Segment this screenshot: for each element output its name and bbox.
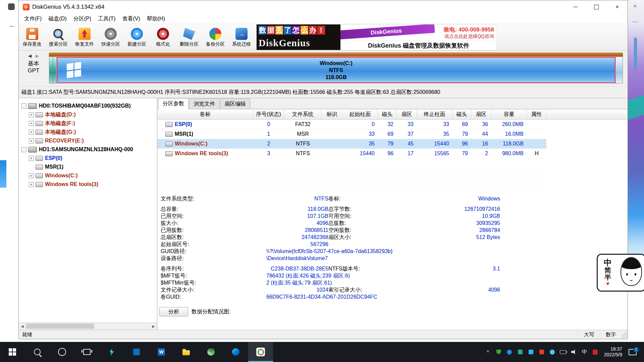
tray-chevron-icon[interactable]: ^ — [483, 349, 493, 356]
toolbar-new-button[interactable]: 新建分区 — [125, 25, 148, 50]
tab-1[interactable]: 浏览文件 — [189, 99, 219, 109]
tree-item[interactable]: -HD0:TOSHIBAMQ04ABF100(932GB) — [19, 102, 157, 110]
table-row[interactable]: Windows(C:)2NTFS357945154409616118.0GB — [157, 139, 546, 149]
tree-item[interactable]: +Windows(C:) — [19, 171, 157, 180]
background-close-icon[interactable]: × — [633, 3, 637, 10]
expand-icon[interactable]: + — [29, 173, 34, 178]
column-header[interactable]: 起始柱面 — [342, 109, 378, 119]
tray-sq-teal-icon[interactable] — [515, 349, 526, 356]
tree-item[interactable]: +本地磁盘(G:) — [19, 128, 157, 136]
tray-battery-icon[interactable] — [558, 349, 569, 356]
column-header[interactable]: 标识 — [322, 109, 342, 119]
column-header[interactable]: 容量 — [491, 109, 527, 119]
column-header[interactable]: 终止柱面 — [417, 109, 452, 119]
menu-item-3[interactable]: 工具(T) — [95, 15, 119, 22]
tree-item[interactable]: +Windows RE tools(3) — [19, 180, 157, 189]
taskbar-browser-button[interactable] — [199, 342, 223, 362]
partition-block-windows-c[interactable]: Windows(C:) NTFS 118.0GB — [57, 57, 615, 83]
tab-2[interactable]: 扇区编辑 — [220, 99, 250, 109]
expand-icon[interactable]: + — [29, 138, 34, 143]
column-header[interactable]: 磁头 — [378, 109, 397, 119]
overflow-menu-icon[interactable]: ⋯ — [632, 18, 638, 25]
partition-block-esp[interactable] — [49, 57, 53, 83]
scroll-right-icon[interactable]: ▶ — [150, 324, 157, 328]
column-header[interactable]: 扇区 — [471, 109, 491, 119]
taskbar-edge-button[interactable] — [223, 342, 248, 362]
partition-block-re-tools[interactable] — [615, 57, 623, 83]
close-button[interactable]: × — [607, 0, 628, 14]
tree-item[interactable]: +本地磁盘(F:) — [19, 119, 157, 128]
action-center-button[interactable]: 2 — [626, 349, 640, 355]
expand-icon[interactable]: + — [29, 130, 34, 135]
toolbar-save-button[interactable]: 保存更改 — [21, 25, 44, 50]
toolbar-migrate-button[interactable]: 系统迁移 — [230, 25, 253, 50]
column-header[interactable]: 序号(状态) — [253, 109, 284, 119]
tree-item[interactable]: +ESP(0) — [19, 154, 157, 163]
browser-back-icon[interactable]: ← — [9, 21, 16, 29]
tray-shield-icon[interactable] — [493, 349, 504, 356]
menu-item-2[interactable]: 分区(P) — [70, 15, 95, 22]
column-header[interactable]: 属性 — [527, 109, 546, 119]
expand-icon[interactable]: + — [29, 121, 34, 126]
prev-disk-icon[interactable]: ◀ — [28, 53, 32, 58]
tree-horizontal-scrollbar[interactable]: ◀ ▶ — [19, 322, 157, 330]
taskbar-diskgenius-button[interactable] — [248, 342, 273, 362]
taskbar-start-button[interactable] — [0, 342, 25, 362]
taskbar-word-button[interactable] — [149, 342, 174, 362]
toolbar-quick-button[interactable]: 快速分区 — [99, 25, 122, 50]
taskbar-explorer-button[interactable] — [174, 342, 199, 362]
tree-item[interactable]: MSR(1) — [19, 163, 157, 171]
background-scrollbar-thumb[interactable] — [634, 38, 637, 70]
tray-circle-sky-icon[interactable] — [547, 349, 558, 356]
partition-block-msr[interactable] — [53, 57, 57, 83]
resize-grip[interactable] — [622, 330, 628, 339]
column-header[interactable]: 文件系统 — [284, 109, 322, 119]
ad-qq-link[interactable]: 或点击此处选择QQ咨询 — [444, 34, 494, 40]
menu-item-4[interactable]: 查看(V) — [119, 15, 143, 22]
toolbar-search-button[interactable]: 搜索分区 — [47, 25, 70, 50]
tab-0[interactable]: 分区参数 — [158, 98, 189, 109]
column-header[interactable]: 扇区 — [397, 109, 417, 119]
table-cell: 16 — [471, 139, 491, 148]
menu-item-0[interactable]: 文件(F) — [21, 15, 45, 22]
table-row[interactable]: ESP(0)0FAT3203233336936260.0MB — [157, 120, 546, 129]
expand-icon[interactable]: + — [29, 156, 34, 161]
taskbar-taskview-button[interactable] — [74, 342, 99, 362]
scrollbar-track[interactable] — [26, 323, 150, 330]
toolbar-format-button[interactable]: 格式化 — [152, 25, 174, 50]
collapse-icon[interactable]: - — [21, 147, 26, 152]
collapse-icon[interactable]: - — [21, 104, 26, 109]
tree-item[interactable]: -HD1:SAMSUNGMZNLN128HAHQ-000 — [19, 145, 157, 154]
tray-circle-blue-icon[interactable] — [504, 349, 515, 356]
menu-item-1[interactable]: 磁盘(D) — [45, 15, 70, 22]
taskbar-store-button[interactable] — [124, 342, 149, 362]
maximize-button[interactable] — [586, 0, 607, 14]
column-header[interactable]: 卷标 — [157, 109, 253, 119]
menu-item-5[interactable]: 帮助(H) — [144, 15, 168, 22]
ad-banner[interactable]: 数据丢了怎么办！ DiskGenius DiskGenius 致电: 400-0… — [256, 24, 497, 50]
expand-icon[interactable]: + — [29, 112, 34, 117]
tray-sq-sky-icon[interactable] — [526, 349, 536, 356]
scrollbar-thumb[interactable] — [26, 323, 94, 329]
toolbar-backup-button[interactable]: 备份分区 — [204, 25, 227, 50]
minimize-button[interactable]: ─ — [565, 0, 586, 14]
scroll-left-icon[interactable]: ◀ — [19, 324, 26, 328]
toolbar-recover-button[interactable]: 恢复文件 — [73, 25, 96, 50]
tray-sq-red-icon[interactable] — [536, 349, 547, 356]
taskbar-flash-button[interactable] — [99, 342, 124, 362]
tree-item[interactable]: +本地磁盘(D:) — [19, 110, 157, 119]
toolbar-delete-button[interactable]: 删除分区 — [178, 25, 201, 50]
tray-sq-darkred-icon[interactable] — [590, 349, 601, 356]
tray-ime-icon[interactable]: 中 — [579, 349, 590, 356]
table-row[interactable]: Windows RE tools(3)3NTFS1544096171556579… — [157, 149, 546, 159]
taskbar-clock[interactable]: 18:37 2022/5/9 — [601, 346, 626, 358]
analyze-button[interactable]: 分析 — [159, 307, 188, 316]
expand-icon[interactable]: + — [29, 182, 34, 187]
column-header[interactable]: 磁头 — [452, 109, 471, 119]
tree-item[interactable]: +RECOVERY(E:) — [19, 136, 157, 145]
taskbar-search-button[interactable] — [25, 342, 50, 362]
next-disk-icon[interactable]: ▶ — [36, 53, 39, 58]
taskbar-cortana-button[interactable] — [50, 342, 74, 362]
tray-volume-icon[interactable] — [569, 349, 579, 356]
table-row[interactable]: MSR(1)1MSR33693735794416.0MB — [157, 129, 546, 139]
